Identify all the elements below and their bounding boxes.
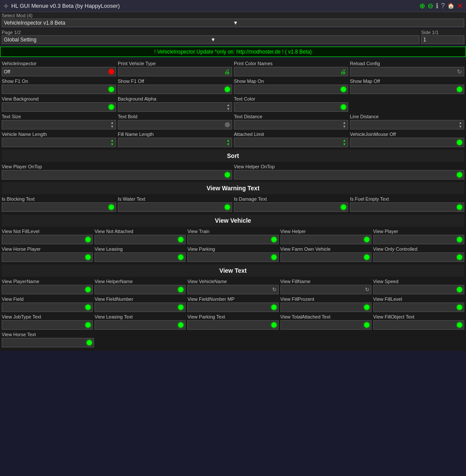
stepper-up[interactable]: ▲ [343, 139, 346, 142]
view-parking-control[interactable] [187, 252, 278, 262]
stepper-up[interactable]: ▲ [227, 104, 230, 107]
view-text-row-2: View Field View FieldNumber View FieldNu… [2, 296, 464, 312]
view-field-indicator [85, 305, 91, 310]
view-helper-ontop-control[interactable] [234, 170, 464, 180]
is-water-text-control[interactable] [118, 202, 232, 212]
is-damage-text-label: Is Damage Text [234, 196, 348, 202]
view-fill-level-control[interactable] [373, 303, 464, 312]
text-color-control[interactable] [234, 102, 348, 112]
view-not-attached-control[interactable] [94, 235, 186, 244]
stepper-up[interactable]: ▲ [110, 139, 114, 142]
vehicle-name-length-control[interactable]: ▲ ▼ [2, 138, 116, 147]
show-map-off-control[interactable] [350, 85, 464, 94]
fill-name-length-control[interactable]: ▲ ▼ [118, 138, 232, 147]
stepper-down[interactable]: ▼ [343, 125, 346, 129]
close-button[interactable]: ✕ [457, 2, 463, 10]
view-field-number-mp-control[interactable] [187, 303, 278, 312]
is-blocking-text-control[interactable] [2, 202, 116, 212]
text-size-control[interactable]: ▲ ▼ [2, 120, 116, 129]
line-distance-label: Line Distance [350, 113, 464, 120]
view-player-ontop-control[interactable] [2, 170, 232, 180]
background-alpha-control[interactable]: ▲ ▼ [118, 102, 232, 112]
view-helper-control[interactable] [280, 235, 372, 244]
view-horse-player-control[interactable] [2, 252, 93, 262]
show-f1-on-control[interactable] [2, 85, 116, 94]
view-player-indicator [457, 237, 462, 242]
is-fuel-empty-text-control[interactable] [350, 202, 464, 212]
side-control[interactable]: 1 [421, 35, 464, 44]
view-vehicle-name-control[interactable]: ↻ [187, 285, 278, 294]
info-button[interactable]: ℹ [436, 2, 438, 10]
stepper-down[interactable]: ▼ [459, 125, 462, 129]
view-fill-name-control[interactable]: ↻ [280, 285, 372, 294]
view-player-name-control[interactable] [2, 285, 93, 294]
stepper-down[interactable]: ▼ [343, 143, 346, 146]
view-train-control[interactable] [187, 235, 278, 244]
background-alpha-stepper[interactable]: ▲ ▼ [227, 104, 230, 111]
attached-limit-stepper[interactable]: ▲ ▼ [343, 139, 346, 146]
view-speed-indicator [457, 287, 462, 292]
vehicle-name-length-stepper[interactable]: ▲ ▼ [110, 139, 114, 146]
line-distance-control[interactable]: ▲ ▼ [350, 120, 464, 129]
stepper-down[interactable]: ▼ [227, 143, 230, 146]
stepper-up[interactable]: ▲ [343, 121, 346, 125]
view-job-type-text-control[interactable] [2, 320, 93, 330]
row-5: Vehicle Name Length ▲ ▼ Fill Name Length… [2, 131, 464, 147]
question-button[interactable]: ? [441, 2, 445, 10]
stepper-down[interactable]: ▼ [227, 107, 230, 111]
view-total-attached-text-control[interactable] [280, 320, 372, 330]
view-horse-text-control[interactable] [2, 338, 94, 347]
view-helper-name-control[interactable] [94, 285, 186, 294]
view-horse-player-indicator [85, 255, 91, 260]
show-map-off-label: Show Map Off [350, 78, 464, 84]
view-helper-label: View Helper [280, 228, 372, 234]
attached-limit-control[interactable]: ▲ ▼ [234, 138, 348, 147]
stepper-down[interactable]: ▼ [110, 125, 114, 129]
view-player-control[interactable] [373, 235, 464, 244]
view-parking-text-group: View Parking Text [187, 314, 278, 330]
view-leasing-control[interactable] [94, 252, 186, 262]
text-bold-indicator [225, 122, 230, 127]
view-field-control[interactable] [2, 303, 93, 312]
vehicle-inspector-control[interactable]: Off [2, 67, 116, 76]
view-only-controlled-control[interactable] [373, 252, 464, 262]
vehicle-join-mouse-off-control[interactable] [350, 138, 464, 147]
view-not-fill-level-control[interactable] [2, 235, 93, 244]
line-distance-stepper[interactable]: ▲ ▼ [459, 121, 462, 129]
text-distance-control[interactable]: ▲ ▼ [234, 120, 348, 129]
move-icon[interactable]: ✛ [3, 3, 9, 9]
is-fuel-empty-text-indicator [457, 205, 462, 210]
sort-row: View Player OnTop View Helper OnTop [2, 164, 464, 180]
app-title: HL GUI Menue v0.3 Beta (by HappyLooser) [11, 3, 120, 9]
text-distance-stepper[interactable]: ▲ ▼ [343, 121, 346, 129]
show-map-on-control[interactable] [234, 85, 348, 94]
view-fill-prozent-control[interactable] [280, 303, 372, 312]
page-control[interactable]: Global Setting ▼ [2, 35, 419, 44]
fill-name-length-stepper[interactable]: ▲ ▼ [227, 139, 230, 146]
text-bold-control[interactable] [118, 120, 232, 129]
view-parking-text-control[interactable] [187, 320, 278, 330]
view-fill-object-text-control[interactable] [373, 320, 464, 330]
view-player-label: View Player [373, 228, 464, 234]
print-color-names-control[interactable]: 🖨 [234, 67, 348, 76]
reload-config-control[interactable]: ↻ [350, 67, 464, 76]
stepper-down[interactable]: ▼ [110, 143, 114, 146]
is-damage-text-control[interactable] [234, 202, 348, 212]
text-size-stepper[interactable]: ▲ ▼ [110, 121, 114, 129]
show-f1-off-control[interactable] [118, 85, 232, 94]
view-background-control[interactable] [2, 102, 116, 112]
stepper-up[interactable]: ▲ [459, 121, 462, 125]
stepper-up[interactable]: ▲ [110, 121, 114, 125]
add-button[interactable]: ⊕ [419, 2, 425, 10]
minus-button[interactable]: ⊖ [428, 2, 433, 10]
select-mod-control[interactable]: VehicleInspector v1.8 Beta ▼ [2, 19, 464, 27]
settings-button[interactable]: 🏠 [447, 3, 454, 9]
view-leasing-text-control[interactable] [94, 320, 186, 330]
view-field-number-control[interactable] [94, 303, 186, 312]
stepper-up[interactable]: ▲ [227, 139, 230, 142]
print-vehicle-type-control[interactable]: 🖨 [118, 67, 232, 76]
text-color-label: Text Color [234, 96, 348, 102]
view-speed-control[interactable] [373, 285, 464, 294]
view-farm-own-vehicle-control[interactable] [280, 252, 372, 262]
text-color-group: Text Color [234, 96, 348, 112]
